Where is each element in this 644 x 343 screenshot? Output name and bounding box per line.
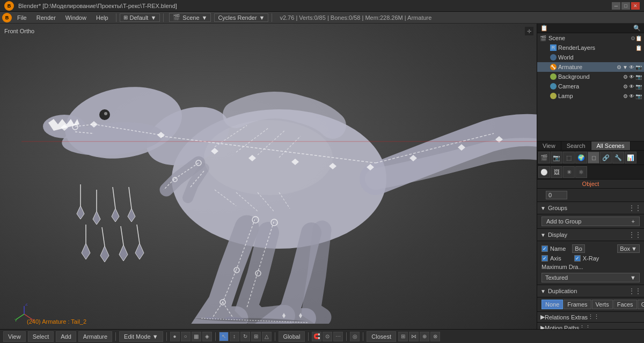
add-group-icon: + [632,218,635,225]
wireframe-icon[interactable]: ○ [181,332,191,341]
file-menu[interactable]: File [13,12,31,23]
view-button[interactable]: View [3,331,26,342]
extra-icon3[interactable]: ⊕ [420,332,429,341]
viewport[interactable]: Front Ortho [0,24,537,329]
transform-icon2[interactable]: ↕ [230,332,239,341]
outliner-item-armature[interactable]: 🦴 Armature ⚙ ▼ 👁 📷 [537,62,644,72]
bo-dropdown[interactable]: Bo [572,244,584,253]
prop-tab-layers[interactable]: ⬚ [563,152,575,163]
statusbar: View Select Add Armature Edit Mode ▼ ● ○… [0,329,644,343]
layout-selector[interactable]: ⊞ Default ▼ [120,13,160,22]
prop-tab-particles[interactable]: ✳ [563,166,575,178]
relations-header[interactable]: ▶ Relations Extras ⋮⋮ [537,312,644,323]
layout-icon: ⊞ [123,14,128,20]
dup-btn-none[interactable]: None [541,300,563,309]
textured-arrow: ▼ [630,274,636,281]
extra-icon1[interactable]: ⊞ [398,332,408,341]
transform-icon1[interactable]: ↖ [219,332,229,341]
xray-label: X-Ray [583,255,599,262]
prop-tab-object[interactable]: ◻ [588,152,599,163]
box-dropdown[interactable]: Box ▼ [617,244,640,253]
cam-controls: ⚙ 👁 📷 [623,84,642,90]
max-draw-row: Maximum Dra... [541,263,640,271]
pass-index-input[interactable] [546,191,567,199]
dup-btn-faces[interactable]: Faces [613,300,637,309]
dup-btn-verts[interactable]: Verts [592,300,613,309]
dup-btn-frames[interactable]: Frames [564,300,591,309]
global-button[interactable]: Global [279,331,305,342]
extra-icon2[interactable]: ⋈ [409,332,419,341]
max-draw-label: Maximum Dra... [541,264,583,270]
outliner-item-renderlayers[interactable]: R RenderLayers 📋 [537,43,644,53]
axis-checkbox[interactable] [541,255,548,262]
edit-mode-button[interactable]: Edit Mode ▼ [119,331,163,342]
close-button[interactable]: ✕ [631,2,640,10]
viewport-status: (240) Armature : Tail_2 [27,318,86,325]
xray-checkbox[interactable] [574,255,581,262]
motion-paths-header[interactable]: ▶ Motion Paths ⋮⋮ [537,323,644,329]
menubar: B File Render Window Help ⊞ Default ▼ 🎬 … [0,12,644,24]
name-checkbox[interactable] [541,245,548,252]
groups-section-header[interactable]: ▼ Groups ⋮⋮ [537,202,644,214]
titlebar: B Blender* [D:\Моделирование\Проекты\T-р… [0,0,644,12]
outliner-search-icon: 🔍 [633,25,641,32]
view-tab-view[interactable]: View [537,141,561,150]
textured-dropdown[interactable]: Textured ▼ [541,273,640,282]
duplication-section-header[interactable]: ▼ Duplication ⋮⋮ [537,285,644,297]
pivot-icon[interactable]: ◎ [350,332,360,341]
svg-marker-52 [77,206,84,219]
transform-icon4[interactable]: ⊞ [251,332,261,341]
transform-icon3[interactable]: ↻ [240,332,250,341]
svg-line-63 [121,226,123,245]
snap-option[interactable]: ⊙ [323,332,332,341]
outliner-item-scene[interactable]: 🎬 Scene ⚙📋 [537,33,644,43]
outliner-item-camera[interactable]: Camera ⚙ 👁 📷 [537,81,644,91]
render-menu[interactable]: Render [32,12,60,23]
select-button[interactable]: Select [28,331,54,342]
prop-tab-modifier[interactable]: 🔧 [612,152,624,163]
outliner-scene-label: Scene [548,35,565,41]
textured-icon[interactable]: ▦ [192,332,201,341]
prop-tab-scene[interactable]: 🎬 [538,152,550,163]
scene-selector[interactable]: 🎬 Scene ▼ [169,13,211,22]
transform-icon5[interactable]: △ [262,332,272,341]
maximize-button[interactable]: □ [621,2,630,10]
world-label: World [558,54,574,61]
minimize-button[interactable]: ─ [612,2,620,10]
outliner-item-world[interactable]: World [537,53,644,62]
right-panel: 📋 🔍 🎬 Scene ⚙📋 R RenderLayers 📋 Wor [537,24,644,329]
help-menu[interactable]: Help [92,12,113,23]
add-to-group-button[interactable]: Add to Group + [541,217,640,226]
prop-tab-data[interactable]: 📊 [625,152,636,163]
rendered-icon[interactable]: ◈ [202,332,212,341]
prop-tab-material[interactable]: ⚪ [538,166,550,178]
svg-line-65 [137,225,140,243]
window-menu[interactable]: Window [61,12,91,23]
snap-magnet[interactable]: 🧲 [312,332,321,341]
snap-option2[interactable]: ⋯ [333,332,343,341]
prop-tab-render[interactable]: 📷 [551,152,562,163]
armature-button[interactable]: Armature [78,331,112,342]
prop-tab-texture[interactable]: 🖼 [551,166,562,178]
view-tab-search[interactable]: Search [561,141,591,150]
viewport-corner-control[interactable]: ✛ [525,27,533,35]
prop-tab-physics[interactable]: ⚛ [575,166,587,178]
bg-icon4: 📷 [635,74,642,80]
scene-arrow: ▼ [202,14,208,21]
solid-display-icon[interactable]: ● [170,332,180,341]
display-section-header[interactable]: ▼ Display ⋮⋮ [537,229,644,241]
outliner: 📋 🔍 🎬 Scene ⚙📋 R RenderLayers 📋 Wor [537,24,644,141]
rel-label: Relations Extras [545,314,588,320]
extra-icon4[interactable]: ⊗ [430,332,440,341]
render-engine-selector[interactable]: Cycles Render ▼ [214,13,268,22]
dup-btn-group[interactable]: Group [638,300,644,309]
outliner-item-lamp[interactable]: Lamp ⚙ 👁 📷 [537,91,644,101]
prop-tab-world[interactable]: 🌍 [575,152,587,163]
view-tab-allscenes[interactable]: All Scenes [591,141,631,150]
closest-button[interactable]: Closest [367,331,396,342]
prop-tab-constraints[interactable]: 🔗 [600,152,612,163]
svg-marker-56 [112,208,119,222]
outliner-item-background[interactable]: Background ⚙ 👁 📷 [537,72,644,81]
groups-content: Add to Group + [537,214,644,229]
add-button[interactable]: Add [56,331,76,342]
